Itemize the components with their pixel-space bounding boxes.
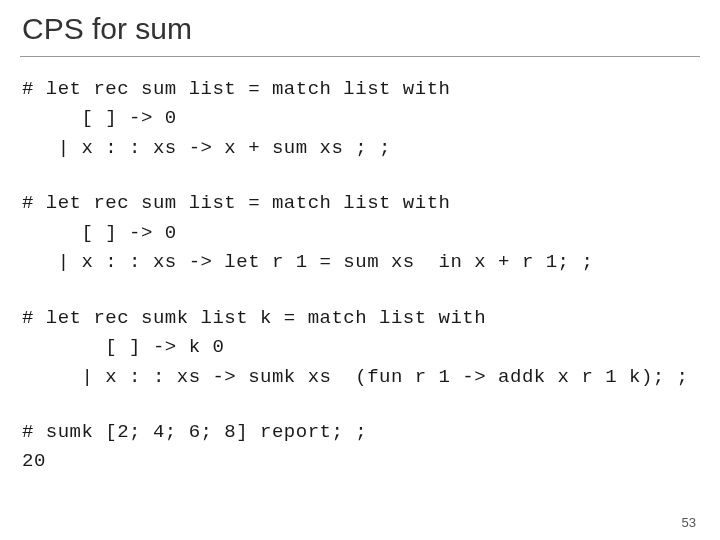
- slide-title: CPS for sum: [0, 0, 720, 52]
- code-block-1: # let rec sum list = match list with [ ]…: [22, 75, 698, 163]
- code-block-4: # sumk [2; 4; 6; 8] report; ; 20: [22, 418, 698, 477]
- slide-content: # let rec sum list = match list with [ ]…: [0, 57, 720, 477]
- page-number: 53: [682, 515, 696, 530]
- code-block-3: # let rec sumk list k = match list with …: [22, 304, 698, 392]
- code-block-2: # let rec sum list = match list with [ ]…: [22, 189, 698, 277]
